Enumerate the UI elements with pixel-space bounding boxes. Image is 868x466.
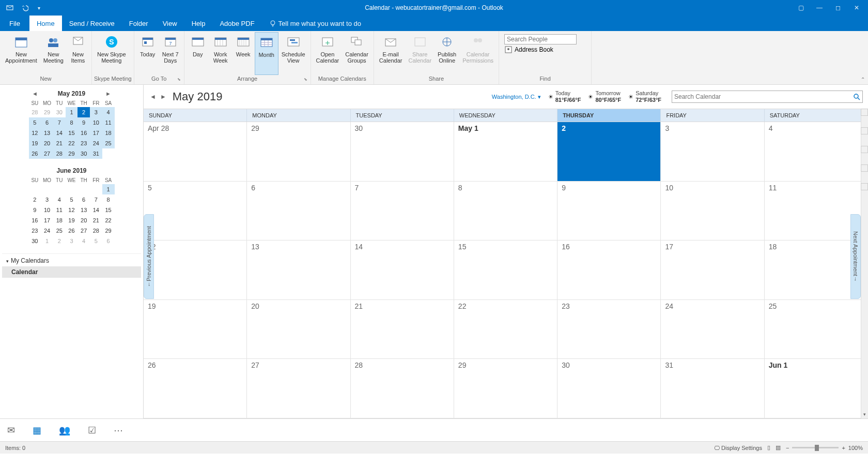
tab-help[interactable]: Help: [184, 16, 213, 31]
day-cell[interactable]: Jun 1: [765, 359, 868, 418]
calendar-groups-button[interactable]: Calendar Groups: [342, 32, 371, 75]
mini-day[interactable]: 28: [53, 148, 66, 159]
ribbon-display-icon[interactable]: ▢: [794, 4, 808, 11]
mini-day[interactable]: 15: [102, 205, 115, 215]
mini-day[interactable]: [90, 184, 102, 194]
prev-month-icon[interactable]: ◄: [149, 92, 157, 101]
mini-day[interactable]: 22: [102, 215, 115, 226]
mini-day[interactable]: 20: [78, 215, 90, 226]
mini-day[interactable]: 5: [90, 236, 102, 246]
day-cell[interactable]: 15: [454, 240, 557, 299]
mini-day[interactable]: 1: [41, 236, 53, 246]
mini-day[interactable]: 28: [90, 226, 102, 236]
mini-day[interactable]: 9: [78, 117, 90, 128]
mini-day[interactable]: 21: [90, 215, 102, 226]
nav-more-icon[interactable]: ⋯: [114, 425, 123, 436]
arrange-dialog-icon[interactable]: ⬊: [304, 76, 307, 83]
mini-day[interactable]: 18: [102, 128, 115, 138]
search-icon[interactable]: [853, 93, 860, 100]
mini-day[interactable]: 24: [41, 226, 53, 236]
mini-day[interactable]: 7: [90, 194, 102, 205]
mini-day[interactable]: 23: [29, 226, 41, 236]
new-meeting-button[interactable]: New Meeting: [40, 32, 67, 75]
mini-day[interactable]: 14: [53, 128, 66, 138]
qat-undo-icon[interactable]: [19, 2, 30, 13]
email-calendar-button[interactable]: E-mail Calendar: [376, 32, 406, 75]
day-cell[interactable]: 6: [247, 182, 350, 240]
display-settings-button[interactable]: 🖵 Display Settings: [714, 445, 762, 451]
mini-day[interactable]: 2: [78, 107, 90, 117]
new-appointment-button[interactable]: New Appointment: [2, 32, 40, 75]
day-cell[interactable]: 10: [661, 182, 764, 240]
peek-tasks-icon[interactable]: [861, 146, 868, 153]
nav-tasks-icon[interactable]: ☑: [88, 425, 96, 436]
mini-day[interactable]: 3: [41, 194, 53, 205]
close-icon[interactable]: ✕: [849, 4, 864, 11]
new-items-button[interactable]: New Items: [67, 32, 89, 75]
mini-day[interactable]: 11: [53, 205, 66, 215]
today-button[interactable]: Today: [136, 32, 159, 75]
mini-day[interactable]: 14: [90, 205, 102, 215]
mini-prev-icon[interactable]: ◄: [32, 91, 38, 97]
tab-home[interactable]: Home: [29, 16, 62, 31]
mini-day[interactable]: 30: [78, 148, 90, 159]
tab-file[interactable]: File: [0, 16, 29, 31]
mini-day[interactable]: 2: [53, 236, 66, 246]
previous-appointment-button[interactable]: ← Previous Appointment: [144, 214, 154, 299]
mini-day[interactable]: 30: [53, 107, 66, 117]
mini-day[interactable]: 3: [90, 107, 102, 117]
tab-send-receive[interactable]: Send / Receive: [62, 16, 122, 31]
day-cell[interactable]: 4: [765, 122, 868, 181]
mini-day[interactable]: 17: [90, 128, 102, 138]
mini-day[interactable]: 13: [41, 128, 53, 138]
search-people-input[interactable]: [504, 34, 577, 44]
search-calendar[interactable]: [672, 91, 863, 103]
day-cell[interactable]: 9: [557, 182, 661, 240]
mini-day[interactable]: 8: [102, 194, 115, 205]
view-reading-icon[interactable]: ▥: [776, 444, 781, 451]
tab-view[interactable]: View: [156, 16, 184, 31]
mini-day[interactable]: 4: [78, 236, 90, 246]
day-cell[interactable]: May 1: [454, 122, 557, 181]
tell-me[interactable]: Tell me what you want to do: [262, 16, 361, 31]
mini-day[interactable]: 30: [29, 236, 41, 246]
mini-day[interactable]: 4: [102, 107, 115, 117]
minimize-icon[interactable]: —: [812, 4, 827, 11]
day-cell[interactable]: 2: [557, 122, 661, 181]
day-cell[interactable]: 3: [661, 122, 764, 181]
mini-day[interactable]: 23: [78, 138, 90, 148]
mini-day[interactable]: [53, 184, 66, 194]
mini-day[interactable]: 29: [41, 107, 53, 117]
mini-day[interactable]: 6: [102, 236, 115, 246]
mini-day[interactable]: [66, 184, 78, 194]
day-cell[interactable]: 13: [247, 240, 350, 299]
mini-day[interactable]: [102, 148, 115, 159]
day-button[interactable]: Day: [187, 32, 209, 75]
mini-day[interactable]: 25: [102, 138, 115, 148]
zoom-in-icon[interactable]: +: [842, 445, 845, 451]
day-cell[interactable]: 27: [247, 359, 350, 418]
peek-calendar-icon[interactable]: [861, 109, 868, 116]
mini-day[interactable]: 10: [41, 205, 53, 215]
mini-day[interactable]: 12: [29, 128, 41, 138]
zoom-slider[interactable]: − + 100%: [786, 445, 863, 451]
mini-day[interactable]: 19: [29, 138, 41, 148]
day-cell[interactable]: 24: [661, 300, 764, 359]
mini-day[interactable]: 26: [29, 148, 41, 159]
goto-dialog-icon[interactable]: ⬊: [177, 76, 181, 83]
mini-day[interactable]: 10: [90, 117, 102, 128]
mini-day[interactable]: 7: [53, 117, 66, 128]
nav-people-icon[interactable]: 👥: [59, 425, 70, 436]
day-cell[interactable]: 14: [351, 240, 454, 299]
day-cell[interactable]: 17: [661, 240, 764, 299]
tab-adobe-pdf[interactable]: Adobe PDF: [212, 16, 261, 31]
day-cell[interactable]: 8: [454, 182, 557, 240]
mini-day[interactable]: 16: [78, 128, 90, 138]
maximize-icon[interactable]: ◻: [831, 4, 845, 11]
mini-day[interactable]: 29: [102, 226, 115, 236]
mini-day[interactable]: 26: [66, 226, 78, 236]
publish-online-button[interactable]: Publish Online: [435, 32, 459, 75]
day-cell[interactable]: 21: [351, 300, 454, 359]
mini-day[interactable]: 29: [66, 148, 78, 159]
mini-day[interactable]: 20: [41, 138, 53, 148]
